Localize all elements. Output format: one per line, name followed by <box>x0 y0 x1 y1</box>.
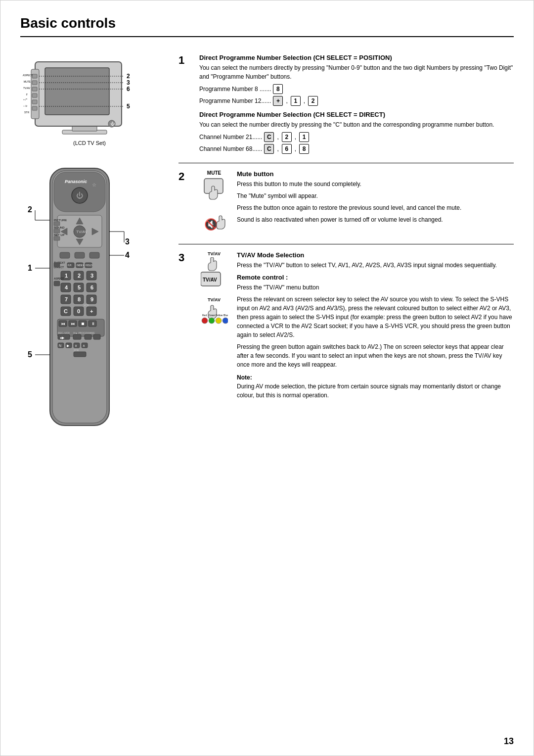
svg-rect-100 <box>73 334 81 339</box>
section-2-heading: Mute button <box>237 170 514 178</box>
svg-rect-53 <box>54 263 60 267</box>
svg-point-130 <box>209 318 215 324</box>
svg-text:1: 1 <box>65 273 68 279</box>
svg-text:F.P.: F.P. <box>68 264 72 267</box>
section-3-para1: Press the "TV/AV" button to select TV, A… <box>237 261 514 270</box>
page-number: 13 <box>504 736 514 747</box>
mute-icon <box>202 178 226 205</box>
ch2-btn-c: C <box>264 144 274 154</box>
prog1-text: Programme Number 8 ....... <box>199 86 271 93</box>
svg-text:⏹: ⏹ <box>81 322 85 326</box>
svg-text:HOLD: HOLD <box>86 264 92 267</box>
svg-text:Green: Green <box>209 314 216 317</box>
page-title: Basic controls <box>20 15 514 37</box>
svg-text:STR: STR <box>24 111 29 114</box>
svg-text:N: N <box>59 344 61 347</box>
svg-rect-41 <box>54 236 60 240</box>
section-2-para2: The "Mute" symbol will appear. <box>237 191 514 200</box>
svg-rect-101 <box>85 334 91 339</box>
svg-rect-10 <box>32 106 37 110</box>
left-column: ASPECT MUTE TV/AV F + /^ – /v STR ⏻ <box>20 47 169 443</box>
ch1-btn-c: C <box>264 132 274 142</box>
svg-text:5: 5 <box>28 350 32 359</box>
svg-text:∨: ∨ <box>75 344 77 347</box>
svg-text:Yellow: Yellow <box>216 314 223 317</box>
ch1-btn-1: 1 <box>299 132 309 142</box>
svg-point-132 <box>222 318 228 324</box>
svg-text:TV/AV: TV/AV <box>203 277 217 283</box>
tvav-hand-icon1: TV/AV <box>201 257 228 287</box>
section-3-note: Note: During AV mode selection, the pict… <box>237 373 514 400</box>
svg-text:4: 4 <box>65 284 68 290</box>
svg-text:4: 4 <box>125 251 130 259</box>
svg-rect-5 <box>32 74 37 78</box>
prog1-btn-8: 8 <box>273 84 283 94</box>
svg-rect-3 <box>45 68 109 115</box>
tv-diagram-area: ASPECT MUTE TV/AV F + /^ – /v STR ⏻ <box>20 47 159 151</box>
section-1-num: 1 <box>178 54 189 156</box>
svg-text:INDEX: INDEX <box>77 264 85 267</box>
prog-line-1: Programme Number 8 ....... 8 <box>199 84 514 94</box>
svg-text:2: 2 <box>78 273 81 279</box>
remote-diagram-area: Panasonic ⏻ ☆ PICTURE SOUND SET UP <box>20 166 159 443</box>
svg-rect-66 <box>54 281 60 286</box>
right-column: 1 Direct Programme Number Selection (CH … <box>178 47 514 443</box>
svg-text:– /v: – /v <box>23 104 28 107</box>
svg-text:Blue: Blue <box>223 314 228 317</box>
svg-text:STR: STR <box>74 349 79 352</box>
ch-line-1: Channel Number 21...... C , 2 , 1 <box>199 132 514 142</box>
mute-symbol: 🔇 <box>202 213 226 236</box>
remote-diagram: Panasonic ⏻ ☆ PICTURE SOUND SET UP <box>20 166 154 443</box>
svg-text:ASPECT: ASPECT <box>54 277 64 280</box>
section-2-icon: MUTE 🔇 <box>199 170 229 237</box>
svg-text:II/►  PROGRAMME: II/► PROGRAMME <box>73 331 95 334</box>
ch2-btn-6: 6 <box>282 144 292 154</box>
svg-text:SOUND: SOUND <box>54 226 65 229</box>
section-1-heading2: Direct Programme Number Selection (CH SE… <box>199 111 514 118</box>
prog-line-2: Programme Number 12...... + , 1 , 2 <box>199 96 514 106</box>
svg-text:Panasonic: Panasonic <box>65 179 87 184</box>
section-3: 3 TV/AV TV/AV TV/AV <box>178 244 514 410</box>
svg-rect-112 <box>74 352 86 357</box>
ch2-btn-8: 8 <box>299 144 309 154</box>
svg-text:⏮: ⏮ <box>61 322 65 326</box>
svg-text:MUTE: MUTE <box>24 80 31 83</box>
svg-text:TV/AV: TV/AV <box>76 230 88 234</box>
section-1: 1 Direct Programme Number Selection (CH … <box>178 47 514 163</box>
svg-text:2: 2 <box>28 205 32 214</box>
section-3-heading2: Remote control : <box>237 274 514 281</box>
svg-text:3: 3 <box>125 237 130 246</box>
svg-text:⏭: ⏭ <box>71 322 75 326</box>
section-2-content: Mute button Press this button to mute th… <box>237 170 514 237</box>
svg-rect-9 <box>32 100 37 104</box>
tvav-hand-icon2: Red Green Yellow Blue <box>201 303 228 326</box>
svg-text:5: 5 <box>78 284 81 290</box>
note-label: Note: <box>237 374 252 381</box>
svg-text:⏻: ⏻ <box>110 122 115 126</box>
svg-text:VCR: VCR <box>84 304 89 307</box>
section-2: 2 MUTE 🔇 <box>178 163 514 244</box>
svg-text:7: 7 <box>65 296 68 302</box>
section-1-heading1: Direct Programme Number Selection (CH SE… <box>199 54 514 61</box>
section-3-heading1: TV/AV Mode Selection <box>237 251 514 259</box>
section-1-para2: You can select the number directly by pr… <box>199 120 514 129</box>
svg-text:3: 3 <box>90 273 93 279</box>
svg-rect-50 <box>89 252 99 258</box>
svg-text:+ /^: + /^ <box>23 98 28 101</box>
section-3-para3: Press the relevant on screen selector ke… <box>237 295 514 339</box>
prog2-btn-plus: + <box>273 96 283 106</box>
svg-text:SET UP: SET UP <box>54 234 65 236</box>
ch1-text: Channel Number 21...... <box>199 134 262 141</box>
svg-text:+: + <box>90 308 93 314</box>
svg-text:ASPECT: ASPECT <box>23 74 33 77</box>
svg-rect-8 <box>32 94 37 97</box>
svg-rect-6 <box>32 81 37 85</box>
section-3-content: TV/AV Mode Selection Press the "TV/AV" b… <box>237 251 514 403</box>
svg-text:🔇: 🔇 <box>204 218 218 231</box>
svg-text:6: 6 <box>90 284 93 290</box>
section-3-para4: Pressing the green button again switches… <box>237 342 514 369</box>
svg-rect-7 <box>32 87 37 91</box>
section-2-num: 2 <box>178 170 189 237</box>
svg-text:PICTURE: PICTURE <box>54 219 67 222</box>
svg-rect-48 <box>60 252 70 258</box>
